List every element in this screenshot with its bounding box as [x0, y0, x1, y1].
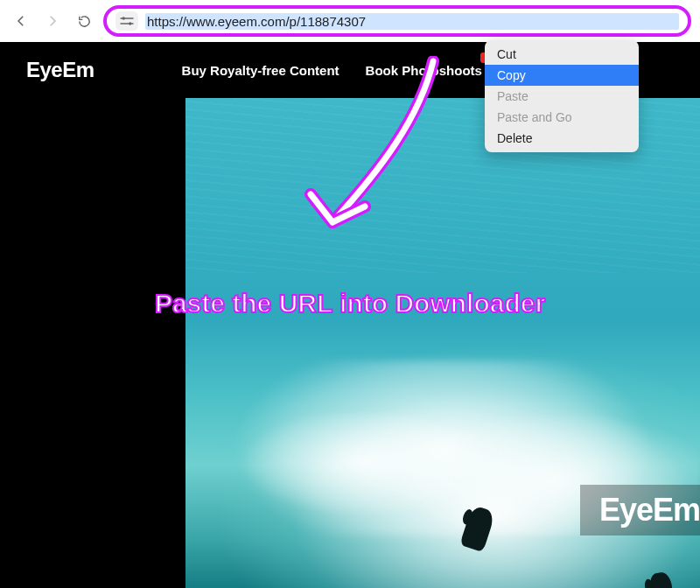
browser-toolbar: https://www.eyeem.com/p/118874307	[0, 0, 700, 42]
logo[interactable]: EyeEm	[26, 58, 94, 82]
reload-icon	[77, 14, 92, 29]
address-bar[interactable]: https://www.eyeem.com/p/118874307	[103, 5, 691, 37]
ctx-copy[interactable]: Copy	[485, 65, 639, 86]
context-menu: Cut Copy Paste Paste and Go Delete	[485, 40, 639, 152]
arrow-left-icon	[13, 13, 29, 29]
arrow-right-icon	[45, 13, 60, 29]
ctx-paste-and-go[interactable]: Paste and Go	[485, 107, 639, 128]
tune-icon	[119, 15, 135, 27]
ctx-delete[interactable]: Delete	[485, 128, 639, 149]
ctx-paste[interactable]: Paste	[485, 86, 639, 107]
url-text[interactable]: https://www.eyeem.com/p/118874307	[145, 13, 679, 30]
ctx-cut[interactable]: Cut	[485, 44, 639, 65]
back-button[interactable]	[9, 9, 33, 33]
reload-button[interactable]	[72, 9, 96, 33]
annotation-arrow-icon	[284, 56, 459, 248]
surfer-figure	[648, 571, 676, 588]
instruction-text: Paste the URL into Downloader	[155, 289, 545, 318]
site-controls-icon[interactable]	[116, 11, 138, 31]
surfer-figure	[459, 505, 495, 552]
watermark: EyeEm	[580, 485, 700, 536]
forward-button[interactable]	[40, 9, 65, 33]
